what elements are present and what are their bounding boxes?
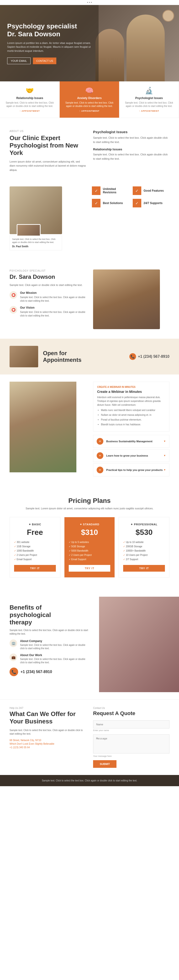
- contact-address: 68 Street, Network City, NY10: [10, 739, 86, 741]
- pricing-card-professional: ✦ Professional $530 Up to 10 website 200…: [119, 517, 169, 578]
- pricing-basic-btn[interactable]: TRY IT: [14, 565, 56, 572]
- contact-section: Help Us 24/7 What Can We Offer for Your …: [0, 699, 179, 775]
- contact-form-container: Contact Us Request A Quote Enter your na…: [93, 707, 169, 768]
- accordion-icon-2: +: [97, 452, 103, 459]
- company-content: About Company Sample text. Click to sele…: [20, 640, 90, 650]
- work-content: About Our Work Sample text. Click to sel…: [20, 654, 90, 664]
- feature-label-unlimited: Unlimited Revisions: [103, 187, 129, 194]
- service-title-relationship: Relationship Issues: [4, 96, 55, 100]
- pricing-standard-features: Up to 5 websites 5GB Storage 5000 Bandwi…: [69, 540, 111, 562]
- accordion-item-1[interactable]: + Business Sustainability Management ▼: [93, 435, 169, 448]
- vision-icon: ⭕: [10, 306, 17, 313]
- anxiety-icon: 🧠: [64, 87, 115, 94]
- services-strip: 🤝 Relationship Issues Sample text. Click…: [0, 81, 179, 118]
- contact-right-label: Contact Us: [93, 707, 169, 710]
- accordion-item-2[interactable]: + Learn how to grow your business ▼: [93, 449, 169, 462]
- contact-us-button[interactable]: CONTACT US: [33, 57, 57, 64]
- pricing-standard-btn[interactable]: TRY IT: [69, 565, 111, 572]
- dr-specialty: Psychology Specialist: [10, 269, 86, 272]
- dr-section: Psychology Specialist Dr. Sara Dowson Sa…: [0, 260, 179, 339]
- service-title-anxiety: Anxiety Disorders: [64, 96, 115, 100]
- dr-name: Dr. Sara Dowson: [10, 274, 86, 280]
- benefits-phone-row[interactable]: 📞 +1 (234) 567-8910: [10, 668, 90, 676]
- mission-icon: ⭕: [10, 291, 17, 299]
- pricing-basic-label: ✦ Basic: [14, 523, 56, 526]
- message-input[interactable]: [93, 734, 169, 754]
- pricing-basic-price: Free: [14, 528, 56, 537]
- features-section: Sample text. Click to select the text bo…: [0, 184, 179, 260]
- work-icon: 💼: [10, 654, 17, 661]
- service-card-psychologist[interactable]: 🔬 Psychologist Issues Sample text. Click…: [119, 81, 179, 118]
- blog-list-item-4: Blandit turpis cursus in hac habitasse.: [101, 423, 165, 426]
- pricing-pro-btn[interactable]: TRY IT: [123, 565, 165, 572]
- help-label: Help Us 24/7: [10, 707, 86, 710]
- pricing-pro-f2: 200GB Storage: [123, 544, 165, 549]
- benefits-about-company: 🏢 About Company Sample text. Click to se…: [10, 640, 90, 650]
- pricing-pro-label: ✦ Professional: [123, 523, 165, 526]
- pricing-pro-f1: Up to 10 website: [123, 540, 165, 544]
- feature-label-best: Best Solutions: [103, 202, 123, 205]
- offer-title: What Can We Offer for Your Business: [10, 710, 86, 725]
- blog-image-inner: [10, 382, 76, 473]
- benefits-phone-number: +1 (234) 567-8910: [21, 670, 52, 674]
- appointment-title: Open for Appointments: [43, 350, 125, 363]
- pricing-pro-features: Up to 10 website 200GB Storage 10000+ Ba…: [123, 540, 165, 562]
- service-card-relationship[interactable]: 🤝 Relationship Issues Sample text. Click…: [0, 81, 60, 118]
- benefits-image: [99, 597, 179, 692]
- benefits-title: Benefits of psychological therapy: [10, 604, 90, 626]
- pricing-std-f1: Up to 5 websites: [69, 540, 111, 544]
- pricing-section: Pricing Plans Sample text. Lorem ipsum d…: [0, 485, 179, 590]
- about-label: ABOUT US: [10, 130, 86, 132]
- email-button[interactable]: YOUR EMAIL: [7, 57, 30, 64]
- blog-list-item-3: Porad ut faucibus pulvinar elementum.: [101, 418, 165, 422]
- about-desc: Lorem ipsum dolor sit amet, consectetuer…: [10, 160, 86, 172]
- pricing-basic-features: 301 website 1GB Storage 1000 Bandwidth 2…: [14, 540, 56, 562]
- contact-link2[interactable]: +1 (123) 345 55 64: [10, 746, 86, 749]
- blog-list-item-1: Mattis nunc sed blandit libero volutpat …: [101, 408, 165, 412]
- vision-content: Our Vision Sample text. Click to select …: [20, 306, 86, 317]
- dr-info: Psychology Specialist Dr. Sara Dowson Sa…: [10, 269, 86, 329]
- work-title: About Our Work: [20, 654, 90, 657]
- mission-content: Our Mission Sample text. Click to select…: [20, 291, 86, 303]
- service-appt-psychologist[interactable]: ↑ APPOINTMENT: [139, 110, 159, 112]
- pricing-std-f5: Email Support: [69, 557, 111, 562]
- name-hint: Enter your name: [93, 729, 169, 732]
- company-text: Sample text. Click to select the text bo…: [20, 643, 90, 650]
- pricing-title: Pricing Plans: [10, 497, 169, 504]
- dr-vision: ⭕ Our Vision Sample text. Click to selec…: [10, 306, 86, 317]
- hero-person-left: [95, 29, 124, 81]
- form-name-group: Enter your name: [93, 720, 169, 732]
- pricing-pro-f3: 10000+ Bandwidth: [123, 549, 165, 553]
- hero-text: Lorem ipsum ut porttitor leo a diam. Ac …: [7, 41, 92, 53]
- blog-image: [10, 382, 76, 473]
- service-appt-anxiety[interactable]: ↑ APPOINTMENT: [79, 110, 100, 112]
- check-icon-good: ✓: [133, 186, 141, 195]
- feature-label-good: Good Features: [144, 189, 164, 192]
- submit-button[interactable]: SUBMIT: [93, 760, 116, 768]
- top-nav: [0, 0, 179, 5]
- benefits-about-work: 💼 About Our Work Sample text. Click to s…: [10, 654, 90, 664]
- feature-support: ✓ 24/7 Supports: [133, 199, 170, 207]
- company-icon: 🏢: [10, 640, 17, 647]
- pricing-basic-f5: Email Support: [14, 557, 56, 562]
- contact-link1[interactable]: Which Don't Look Even Slightly Believabl…: [10, 743, 86, 745]
- service-card-anxiety[interactable]: 🧠 Anxiety Disorders Sample text. Click t…: [60, 81, 119, 118]
- pricing-standard-price: $310: [69, 528, 111, 537]
- service-text-relationship: Sample text. Click to select the text bo…: [4, 101, 55, 108]
- about-title: Our Clinic Expert Psychologist from New …: [10, 134, 86, 157]
- name-input[interactable]: [93, 720, 169, 729]
- pricing-card-standard: ✦ Standard $310 Up to 5 websites 5GB Sto…: [64, 517, 115, 578]
- pricing-pro-f4: 10 Users per Project: [123, 553, 165, 557]
- service-appt-relationship[interactable]: ↑ APPOINTMENT: [19, 110, 40, 112]
- appointment-phone[interactable]: 📞 +1 (234) 567-8910: [129, 353, 169, 360]
- features-images: Sample text. Click to select the text bo…: [10, 186, 87, 250]
- pricing-pro-price: $530: [123, 528, 165, 537]
- appointment-banner: Open for Appointments 📞 +1 (234) 567-891…: [0, 339, 179, 374]
- accordion-item-3[interactable]: + Practical tips to help you grow your p…: [93, 463, 169, 476]
- pricing-subtitle: Sample text. Lorem ipsum dolor sit amet,…: [10, 507, 169, 510]
- service-text-anxiety: Sample text. Click to select the text bo…: [64, 101, 115, 108]
- caption-name: Dr. Paul Smith: [12, 245, 59, 248]
- about-right-relationship-text: Sample text. Click to select the text bo…: [93, 153, 169, 161]
- pricing-std-f3: 5000 Bandwidth: [69, 549, 111, 553]
- footer-text: Sample text. Click to select the text bo…: [10, 779, 169, 782]
